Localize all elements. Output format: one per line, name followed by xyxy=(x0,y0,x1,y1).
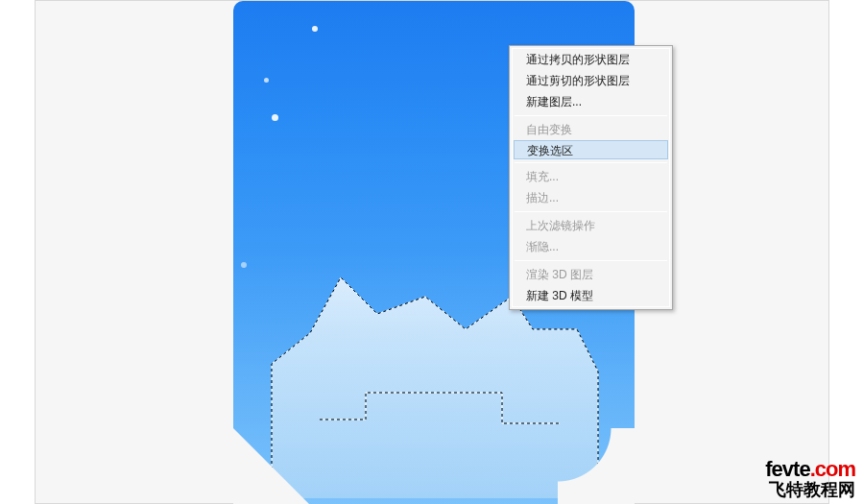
screenshot-frame: 通过拷贝的形状图层 通过剪切的形状图层 新建图层... 自由变换 变换选区 填充… xyxy=(35,0,829,504)
snow-dot xyxy=(264,78,269,83)
snow-dot xyxy=(241,262,247,268)
menu-separator xyxy=(515,260,667,261)
menu-item-fill: 填充... xyxy=(513,166,669,187)
menu-item-render-3d-layer: 渲染 3D 图层 xyxy=(513,264,669,285)
snow-dot xyxy=(272,114,278,121)
menu-separator xyxy=(515,211,667,212)
menu-separator xyxy=(515,162,667,163)
menu-item-fade: 渐隐... xyxy=(513,236,669,257)
menu-item-new-layer[interactable]: 新建图层... xyxy=(513,91,669,112)
menu-item-shape-layer-via-copy[interactable]: 通过拷贝的形状图层 xyxy=(513,49,669,70)
menu-item-shape-layer-via-cut[interactable]: 通过剪切的形状图层 xyxy=(513,70,669,91)
menu-item-last-filter: 上次滤镜操作 xyxy=(513,215,669,236)
menu-separator xyxy=(515,115,667,116)
menu-item-free-transform: 自由变换 xyxy=(513,119,669,140)
context-menu: 通过拷贝的形状图层 通过剪切的形状图层 新建图层... 自由变换 变换选区 填充… xyxy=(509,45,673,310)
menu-item-stroke: 描边... xyxy=(513,187,669,208)
menu-item-transform-selection[interactable]: 变换选区 xyxy=(514,140,668,159)
stage-background: 通过拷贝的形状图层 通过剪切的形状图层 新建图层... 自由变换 变换选区 填充… xyxy=(36,1,828,503)
canvas-corner-mask xyxy=(558,428,635,504)
menu-item-new-3d-model[interactable]: 新建 3D 模型 xyxy=(513,285,669,306)
snow-dot xyxy=(312,26,318,32)
